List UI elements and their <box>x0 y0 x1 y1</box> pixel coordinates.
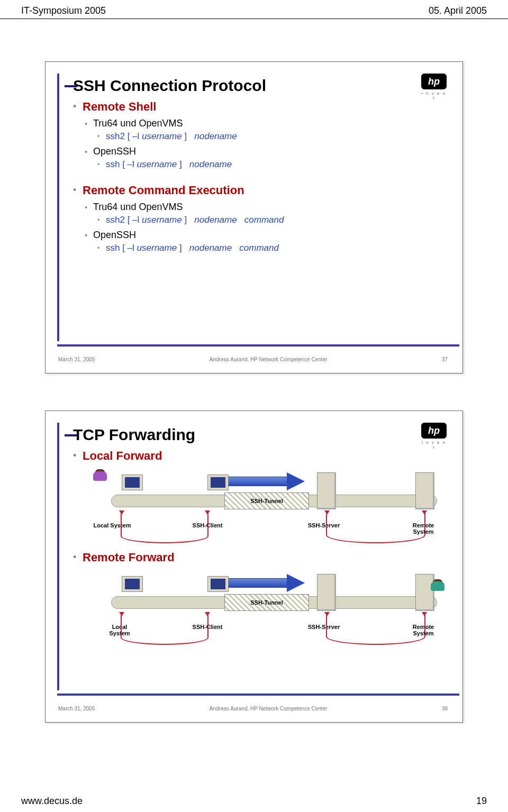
heading-local-forward: Local Forward <box>73 449 451 463</box>
curve-arrow-icon <box>326 514 425 543</box>
slide-title-text: TCP Forwarding <box>73 426 195 443</box>
slide-title-text: SSH Connection Protocol <box>73 77 266 94</box>
heading-remote-forward: Remote Forward <box>73 551 451 564</box>
slide-author: Andreas Aurand, HP Network Competence Ce… <box>210 357 328 362</box>
curve-arrow-icon <box>121 514 208 543</box>
slide-title: TCP Forwarding <box>73 426 451 444</box>
curve-arrow-icon <box>121 615 208 645</box>
item-openssh-2: OpenSSH <box>73 230 451 241</box>
footer-left: www.decus.de <box>21 796 83 807</box>
slide-title: SSH Connection Protocol <box>73 77 451 95</box>
server-icon <box>310 574 343 616</box>
footer-bar <box>57 344 459 346</box>
page-header: IT-Symposium 2005 05. April 2005 <box>0 0 508 19</box>
page-footer: www.decus.de 19 <box>0 796 508 807</box>
heading-remote-cmd: Remote Command Execution <box>73 184 451 197</box>
arrow-icon <box>225 475 305 488</box>
header-right: 05. April 2005 <box>429 5 487 16</box>
slide-content: Local Forward SSH‑Tunnel Local System SS… <box>73 449 451 648</box>
item-tru64-openvms: Tru64 und OpenVMS <box>73 118 451 129</box>
cmd-ssh-shell: ssh [ –l username ] nodename <box>73 159 451 170</box>
slide-ssh-connection: hp i n v e n t SSH Connection Protocol R… <box>45 61 463 373</box>
slide-number: 37 <box>442 357 448 362</box>
slide-content: Remote Shell Tru64 und OpenVMS ssh2 [ –l… <box>73 100 451 253</box>
heading-remote-shell: Remote Shell <box>73 100 451 114</box>
curve-arrow-icon <box>326 615 425 645</box>
slide-footer: March 31, 2005 Andreas Aurand, HP Networ… <box>58 357 448 362</box>
user-icon <box>92 470 108 488</box>
footer-right: 19 <box>476 796 487 807</box>
server-icon <box>409 472 441 515</box>
tunnel-label: SSH‑Tunnel <box>224 594 309 611</box>
accent-bar <box>57 423 59 690</box>
title-tick-icon <box>65 85 77 87</box>
slide-tcp-forwarding: hp i n v e n t TCP Forwarding Local Forw… <box>45 410 463 723</box>
slide-footer: March 31, 2005 Andreas Aurand, HP Networ… <box>58 706 448 711</box>
slide-number: 38 <box>442 706 448 711</box>
cmd-ssh2-exec: ssh2 [ –l username ] nodename command <box>73 215 451 225</box>
slide-author: Andreas Aurand, HP Network Competence Ce… <box>210 706 328 711</box>
accent-bar <box>57 74 59 341</box>
server-icon <box>310 472 343 515</box>
tunnel-label: SSH‑Tunnel <box>224 492 309 509</box>
slide-date: March 31, 2005 <box>58 357 95 362</box>
header-left: IT-Symposium 2005 <box>21 5 106 16</box>
item-openssh: OpenSSH <box>73 146 451 157</box>
cmd-ssh2-shell: ssh2 [ –l username ] nodename <box>73 131 451 142</box>
user-icon <box>430 580 446 598</box>
item-tru64-openvms-2: Tru64 und OpenVMS <box>73 202 451 213</box>
diagram-remote-forward: SSH‑Tunnel Local System SSH-Client SSH-S… <box>83 569 453 648</box>
diagram-local-forward: SSH‑Tunnel Local System SSH-Client SSH-S… <box>83 467 453 546</box>
slides-container: hp i n v e n t SSH Connection Protocol R… <box>0 19 508 723</box>
title-tick-icon <box>65 434 77 436</box>
cmd-ssh-exec: ssh [ –l username ] nodename command <box>73 243 451 253</box>
arrow-icon <box>225 576 305 590</box>
footer-bar <box>57 694 459 696</box>
slide-date: March 31, 2005 <box>58 706 95 711</box>
